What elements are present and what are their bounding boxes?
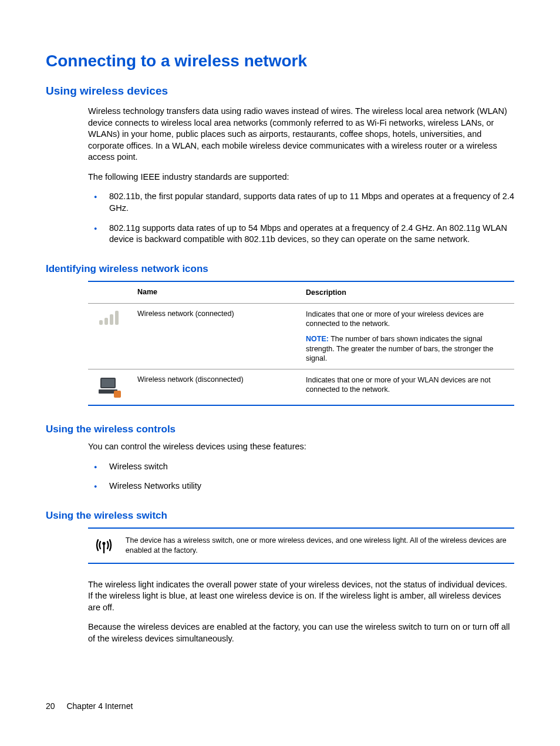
icons-table: Name Description Wireless network (conne… bbox=[88, 281, 514, 406]
section-body: The device has a wireless switch, one or… bbox=[88, 527, 514, 645]
svg-rect-5 bbox=[102, 379, 114, 387]
desc-text: Indicates that one or more of your wirel… bbox=[306, 310, 511, 329]
icon-description: Indicates that one or more of your WLAN … bbox=[302, 369, 514, 405]
page-title: Connecting to a wireless network bbox=[46, 52, 514, 70]
list-item: 802.11g supports data rates of up to 54 … bbox=[88, 223, 514, 246]
svg-rect-0 bbox=[99, 320, 103, 325]
note-block: NOTE: The number of bars shown indicates… bbox=[306, 334, 511, 363]
section-body: You can control the wireless devices usi… bbox=[88, 441, 514, 492]
bullet-list: Wireless switch Wireless Networks utilit… bbox=[88, 461, 514, 492]
wifi-disconnected-icon bbox=[88, 369, 134, 405]
icon-name: Wireless network (connected) bbox=[134, 304, 302, 369]
paragraph: The following IEEE industry standards ar… bbox=[88, 172, 514, 183]
table-row: Wireless network (connected) Indicates t… bbox=[88, 304, 514, 369]
svg-rect-7 bbox=[114, 391, 121, 398]
svg-rect-1 bbox=[104, 318, 108, 325]
table-header-row: Name Description bbox=[88, 282, 514, 304]
list-item: 802.11b, the first popular standard, sup… bbox=[88, 191, 514, 214]
svg-rect-3 bbox=[115, 311, 119, 325]
svg-rect-9 bbox=[103, 544, 104, 553]
table-header-name: Name bbox=[134, 282, 302, 303]
callout-text: The device has a wireless switch, one or… bbox=[126, 536, 512, 556]
icon-name: Wireless network (disconnected) bbox=[134, 369, 302, 405]
page-number: 20 bbox=[46, 701, 55, 711]
paragraph: Wireless technology transfers data using… bbox=[88, 106, 514, 163]
svg-rect-2 bbox=[110, 314, 113, 325]
icons-table-wrapper: Name Description Wireless network (conne… bbox=[88, 281, 514, 406]
list-item: Wireless Networks utility bbox=[88, 480, 514, 492]
section-heading-wireless-switch: Using the wireless switch bbox=[46, 510, 514, 522]
antenna-icon bbox=[90, 536, 117, 555]
paragraph: The wireless light indicates the overall… bbox=[88, 579, 514, 614]
note-text: The number of bars shown indicates the s… bbox=[306, 335, 493, 362]
callout-box: The device has a wireless switch, one or… bbox=[88, 527, 514, 564]
section-heading-using-wireless-devices: Using wireless devices bbox=[46, 85, 514, 98]
section-heading-wireless-controls: Using the wireless controls bbox=[46, 424, 514, 435]
bullet-list: 802.11b, the first popular standard, sup… bbox=[88, 191, 514, 245]
chapter-label: Chapter 4 Internet bbox=[66, 701, 133, 711]
section-heading-identifying-icons: Identifying wireless network icons bbox=[46, 263, 514, 275]
paragraph: You can control the wireless devices usi… bbox=[88, 441, 514, 453]
table-header-description: Description bbox=[302, 282, 514, 303]
list-item: Wireless switch bbox=[88, 461, 514, 473]
wifi-connected-icon bbox=[88, 304, 134, 369]
paragraph: Because the wireless devices are enabled… bbox=[88, 621, 514, 644]
page-footer: 20 Chapter 4 Internet bbox=[46, 701, 133, 711]
note-label: NOTE: bbox=[306, 335, 329, 343]
table-row: Wireless network (disconnected) Indicate… bbox=[88, 369, 514, 405]
document-page: Connecting to a wireless network Using w… bbox=[0, 0, 560, 746]
section-body: Wireless technology transfers data using… bbox=[88, 106, 514, 246]
icon-description: Indicates that one or more of your wirel… bbox=[302, 304, 514, 369]
